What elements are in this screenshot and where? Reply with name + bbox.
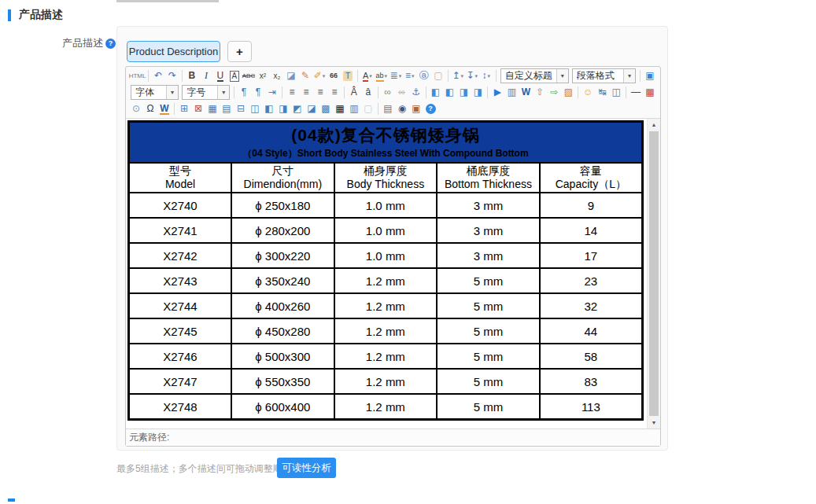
line-height-icon[interactable]: ↕ <box>479 69 493 83</box>
attachment-icon[interactable]: ⇨ <box>548 86 561 99</box>
delete-table-icon[interactable]: ⊠ <box>192 102 205 116</box>
table-cell: 5 mm <box>437 344 540 369</box>
char-border-icon[interactable]: A <box>227 69 241 83</box>
insert-date-icon[interactable]: ▦ <box>644 86 657 99</box>
font-color-icon[interactable]: A <box>360 69 374 83</box>
tab-product-description[interactable]: Product Description <box>127 41 220 62</box>
insert-table-icon[interactable]: ⊞ <box>178 102 191 116</box>
word-import-icon[interactable]: W <box>519 86 533 99</box>
scroll-down-icon[interactable]: ▼ <box>648 417 660 429</box>
help-icon[interactable]: ? <box>424 102 438 116</box>
chevron-down-icon[interactable]: ▾ <box>166 86 178 99</box>
chevron-down-icon[interactable]: ▾ <box>556 69 568 83</box>
table-cell: 5 mm <box>437 318 540 344</box>
font-family-select[interactable]: 字体▾ <box>131 85 179 100</box>
merge-right-icon[interactable]: ◨ <box>277 102 290 116</box>
description-panel: Product Description + HTML↶↷BIUAABCx²x₂◪… <box>116 26 668 451</box>
rtl-paragraph-icon[interactable]: ¶ <box>252 86 265 99</box>
ordered-list-icon[interactable]: ≣ <box>389 69 402 83</box>
align-left-icon[interactable]: ≡ <box>285 86 298 99</box>
ltr-paragraph-icon[interactable]: ¶ <box>238 86 251 99</box>
custom-title-select[interactable]: 自定义标题▾ <box>500 68 569 83</box>
insert-image-icon[interactable]: ▨ <box>562 86 575 99</box>
unlink-icon[interactable]: ∞ <box>395 86 408 99</box>
fullscreen-icon[interactable]: ▣ <box>643 69 656 83</box>
anchor-a-icon[interactable]: ⓐ <box>417 69 430 83</box>
cell-props-icon[interactable]: ▤ <box>220 102 234 116</box>
table-row: X2744ϕ 400x2601.2 mm5 mm32 <box>129 293 643 318</box>
lowercase-icon[interactable]: â <box>361 86 375 99</box>
image-float-center-icon[interactable]: ◨ <box>457 86 471 99</box>
merge-cells-icon[interactable]: ◧ <box>263 102 276 116</box>
insert-iframe-icon[interactable]: ◫ <box>610 86 623 99</box>
toolbar-separator <box>487 86 488 98</box>
paragraph-space-bottom-icon[interactable]: ↧ <box>465 69 478 83</box>
horizontal-rule-icon[interactable]: — <box>630 86 643 99</box>
auto-typeset-wand-icon[interactable]: ✐ <box>312 69 326 83</box>
undo-icon[interactable]: ↶ <box>152 69 165 83</box>
redo-icon[interactable]: ↷ <box>166 69 179 83</box>
delete-table-lines-icon[interactable]: ▦ <box>334 102 347 116</box>
help-icon[interactable]: ? <box>105 39 116 49</box>
table-cell: 1.0 mm <box>334 243 438 268</box>
print-icon[interactable]: ▤ <box>382 102 395 116</box>
eraser-icon[interactable]: ◪ <box>284 69 297 83</box>
insert-film-icon[interactable]: ▥ <box>505 86 519 99</box>
paste-text-icon[interactable]: T <box>341 69 354 83</box>
image-float-default-icon[interactable]: ◧ <box>429 86 442 99</box>
underline-icon[interactable]: U <box>213 69 227 83</box>
merge-down-icon[interactable]: ◩ <box>291 102 305 116</box>
unordered-list-icon[interactable]: ≡ <box>403 69 416 83</box>
link-icon[interactable]: ∞ <box>381 86 394 99</box>
font-size-select[interactable]: 字号▾ <box>182 85 230 100</box>
insert-col-icon[interactable]: ◫ <box>249 102 262 116</box>
blockquote-icon[interactable]: 66 <box>327 69 340 83</box>
clear-format-brush-icon[interactable]: ✎ <box>298 69 312 83</box>
highlight-color-icon[interactable]: ab <box>375 69 388 83</box>
align-center-icon[interactable]: ≡ <box>299 86 312 99</box>
split-rows-icon[interactable]: ◪ <box>305 102 319 116</box>
italic-icon[interactable]: I <box>199 69 212 83</box>
blank-doc-icon[interactable]: ▢ <box>431 69 445 83</box>
paste-icon[interactable]: ▣ <box>410 102 423 116</box>
word-image-icon[interactable]: W <box>158 102 172 116</box>
find-replace-icon[interactable]: ◉ <box>396 102 409 116</box>
html-source-icon[interactable]: HTML <box>130 69 146 83</box>
table-cell: 5 mm <box>437 394 540 420</box>
table-row: X2741ϕ 280x2001.0 mm3 mm14 <box>129 218 643 243</box>
vertical-scrollbar[interactable]: ▲ ▼ <box>647 119 660 429</box>
split-cols-icon[interactable]: ▩ <box>319 102 333 116</box>
table-header-cell: 桶底厚度Bottom Thickness <box>437 163 540 193</box>
editor-content-area[interactable]: (04款)复合不锈钢矮身锅（04 Style）Short Body Stainl… <box>126 118 660 429</box>
insert-video-icon[interactable]: ▶ <box>491 86 504 99</box>
insert-time-icon[interactable]: ⊙ <box>130 102 143 116</box>
table-props-icon[interactable]: ▦ <box>206 102 220 116</box>
insert-row-icon[interactable]: ⊟ <box>234 102 248 116</box>
uppercase-icon[interactable]: Â <box>347 86 360 99</box>
align-justify-icon[interactable]: ≡ <box>327 86 341 99</box>
description-hint-text: 最多5组描述；多个描述间可拖动调整顺序 <box>116 462 292 476</box>
bold-icon[interactable]: B <box>185 69 198 83</box>
screenshot-icon[interactable]: ⇧ <box>534 86 547 99</box>
image-float-left-icon[interactable]: ◧ <box>443 86 456 99</box>
doc-disabled-icon[interactable]: ▢ <box>362 102 375 116</box>
strikethrough-icon[interactable]: ABC <box>242 69 255 83</box>
readability-analysis-button[interactable]: 可读性分析 <box>277 458 336 478</box>
page-break-icon[interactable]: ↹ <box>596 86 609 99</box>
add-description-button[interactable]: + <box>227 41 252 62</box>
first-line-indent-icon[interactable]: ⇥ <box>266 86 279 99</box>
align-right-icon[interactable]: ≡ <box>313 86 327 99</box>
paragraph-format-select[interactable]: 段落格式▾ <box>572 68 636 83</box>
paragraph-space-top-icon[interactable]: ↥ <box>451 69 464 83</box>
image-float-right-icon[interactable]: ◨ <box>471 86 485 99</box>
chevron-down-icon[interactable]: ▾ <box>217 86 229 99</box>
anchor-icon[interactable]: ⚓ <box>409 86 423 99</box>
special-char-icon[interactable]: Ω <box>144 102 157 116</box>
chevron-down-icon[interactable]: ▾ <box>623 69 635 83</box>
emoticon-icon[interactable]: ☺ <box>582 86 595 99</box>
scroll-up-icon[interactable]: ▲ <box>648 119 660 131</box>
scrollbar-thumb[interactable] <box>649 131 659 416</box>
subscript-icon[interactable]: x₂ <box>270 69 283 83</box>
superscript-icon[interactable]: x² <box>256 69 269 83</box>
avg-distribute-cols-icon[interactable]: ▥ <box>348 102 361 116</box>
